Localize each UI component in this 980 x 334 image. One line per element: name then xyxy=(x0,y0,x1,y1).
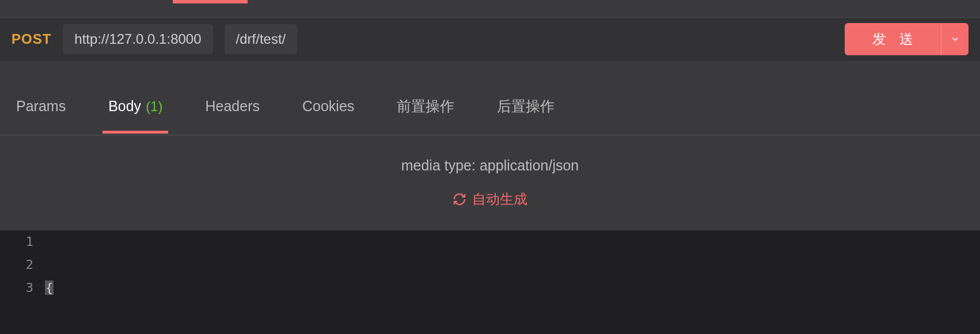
auto-generate-label: 自动生成 xyxy=(472,190,527,208)
send-button[interactable]: 发 送 xyxy=(845,23,941,55)
line-number: 1 xyxy=(0,230,33,253)
request-bar: POST http://127.0.0.1:8000 /drf/test/ 发 … xyxy=(0,17,980,60)
chevron-down-icon xyxy=(950,34,960,44)
body-options-panel: media type: application/json 自动生成 xyxy=(0,135,980,230)
base-url-input[interactable]: http://127.0.0.1:8000 xyxy=(63,24,212,54)
brace-open: { xyxy=(45,280,54,295)
code-line: { xyxy=(45,276,980,299)
tab-pre-request[interactable]: 前置操作 xyxy=(397,78,454,134)
tab-body-label: Body xyxy=(108,98,141,115)
http-method-select[interactable]: POST xyxy=(12,31,51,47)
tab-post-request[interactable]: 后置操作 xyxy=(497,78,554,134)
tab-params[interactable]: Params xyxy=(16,79,66,133)
request-tabs: Params Body (1) Headers Cookies 前置操作 后置操… xyxy=(0,78,980,135)
tab-cookies[interactable]: Cookies xyxy=(302,79,354,133)
path-input[interactable]: /drf/test/ xyxy=(225,24,298,54)
tab-body-count: (1) xyxy=(146,98,162,115)
line-number: 2 xyxy=(0,253,33,276)
editor-content[interactable]: { "a":1 } xyxy=(45,230,980,334)
body-json-editor[interactable]: 1 2 3 { "a":1 } xyxy=(0,230,980,334)
send-button-group: 发 送 xyxy=(845,23,968,55)
tab-body[interactable]: Body (1) xyxy=(108,79,162,133)
refresh-icon xyxy=(453,192,466,206)
media-type-label: media type: application/json xyxy=(401,157,579,174)
send-dropdown-button[interactable] xyxy=(941,23,968,55)
auto-generate-button[interactable]: 自动生成 xyxy=(453,190,527,208)
tab-headers[interactable]: Headers xyxy=(205,79,260,133)
line-number: 3 xyxy=(0,276,33,299)
top-tab-indicator xyxy=(173,0,248,3)
editor-gutter: 1 2 3 xyxy=(0,230,45,334)
